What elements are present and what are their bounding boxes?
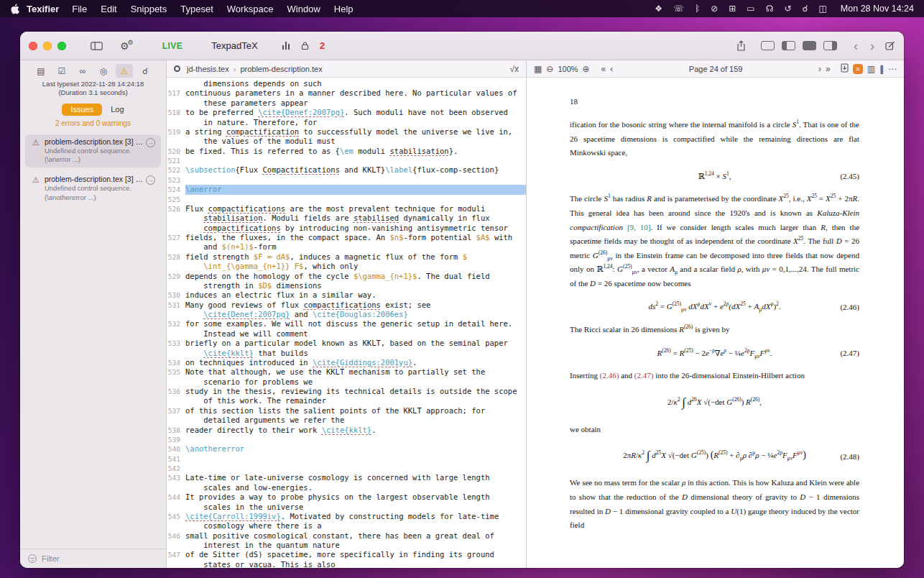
zoom-out-icon[interactable]: ⊖ — [546, 64, 553, 74]
code-row[interactable]: 529depends on the homology of the cycle … — [167, 272, 526, 281]
code-row[interactable]: 546small positive cosmological constant,… — [167, 531, 526, 541]
code-row[interactable]: stabilisation. Moduli fields are stabili… — [167, 214, 526, 223]
code-lines[interactable]: dimensions depends on such517continuous … — [167, 78, 526, 568]
code-row[interactable]: \cite{Denef:2007pq} and \cite{Douglas:20… — [167, 310, 526, 319]
share-icon[interactable] — [736, 40, 746, 51]
typeset-stats-icon[interactable] — [282, 42, 290, 50]
keyboard-layout-icon[interactable]: ⊞ — [729, 4, 736, 14]
code-row[interactable]: 523 — [167, 175, 526, 185]
layout-editor-left-icon[interactable] — [782, 41, 795, 50]
thumbnails-icon[interactable]: ▦ — [534, 64, 542, 74]
zoom-button[interactable] — [57, 42, 66, 50]
forward-button[interactable]: › — [869, 40, 876, 52]
code-row[interactable]: 536study in the thesis, reviewing its te… — [167, 387, 526, 396]
tab-log[interactable]: Log — [111, 105, 124, 114]
previous-page-icon[interactable]: ‹ — [610, 64, 613, 74]
code-row[interactable]: detailed arguments we refer the — [167, 416, 526, 425]
code-row[interactable]: 530induces an electric flux in a similar… — [167, 290, 526, 300]
settings-gears-icon[interactable]: ⚙⚙ — [120, 40, 135, 52]
filter-bar[interactable]: Filter — [20, 549, 166, 568]
typeset-tool-icon[interactable]: ◎ — [95, 64, 112, 78]
code-row[interactable]: in nature. Therefore, for — [167, 118, 526, 127]
code-row[interactable]: 518to be preferred \cite{Denef:2007pq}. … — [167, 108, 526, 117]
code-row[interactable]: \cite{kklt} that builds — [167, 349, 526, 358]
issue-item[interactable]: ⚠problem-description.tex [3] …Undefined … — [25, 172, 161, 206]
code-row[interactable]: 538reader directly to their work \cite{k… — [167, 426, 526, 435]
first-page-icon[interactable]: « — [601, 64, 606, 74]
code-row[interactable]: 542 — [167, 464, 526, 473]
code-row[interactable]: 547of de Sitter (dS) spacetime, more spe… — [167, 550, 526, 559]
wifi-icon[interactable]: ☊ — [766, 4, 774, 14]
issue-item[interactable]: ⚠problem-description.tex [3] …Undefined … — [25, 134, 161, 168]
code-row[interactable]: 540\anothererror — [167, 444, 526, 454]
zoom-in-icon[interactable]: ⊕ — [583, 64, 590, 74]
code-row[interactable]: 532for some examples. We will not discus… — [167, 319, 526, 329]
sidebar-toggle-icon[interactable] — [91, 42, 103, 50]
lock-icon[interactable] — [301, 41, 309, 50]
code-row[interactable]: 544It provides a way to probe physics on… — [167, 492, 526, 502]
next-page-icon[interactable]: › — [818, 64, 821, 74]
live-typeset-toggle[interactable]: LIVE — [162, 41, 183, 51]
code-row[interactable]: 537of this section lists the salient poi… — [167, 406, 526, 416]
code-row[interactable]: states or vacua. This is also — [167, 560, 526, 568]
code-row[interactable]: 533briefly on a particular model known a… — [167, 339, 526, 348]
layout-split-icon[interactable] — [803, 41, 816, 50]
code-row[interactable]: 520be fixed. This is referred to as {\em… — [167, 147, 526, 156]
annotations-icon[interactable]: ≡ — [853, 64, 863, 74]
code-row[interactable]: 527fields, the fluxes, in the compact sp… — [167, 233, 526, 242]
pause-typeset-icon[interactable]: ∥ — [879, 64, 884, 74]
math-entry-button[interactable]: √x — [509, 64, 519, 74]
dropbox-icon[interactable]: ❖ — [655, 4, 662, 14]
tab-issues[interactable]: Issues — [62, 104, 102, 116]
export-pdf-icon[interactable] — [841, 63, 849, 74]
last-page-icon[interactable]: » — [826, 64, 831, 74]
code-row[interactable]: scales in the universe — [167, 503, 526, 512]
code-row[interactable]: scales and low-energies. — [167, 483, 526, 492]
code-row[interactable]: 534on techniques introduced in \cite{Gid… — [167, 358, 526, 367]
jump-to-source-icon[interactable]: → — [146, 175, 155, 185]
menubar-clock[interactable]: Mon 28 Nov 14:24 — [841, 4, 914, 14]
jump-to-source-icon[interactable]: → — [146, 138, 155, 147]
close-button[interactable] — [29, 42, 37, 50]
error-count-badge[interactable]: 2 — [320, 40, 325, 51]
code-row[interactable]: 521 — [167, 156, 526, 165]
code-row[interactable]: dimensions depends on such — [167, 79, 526, 88]
code-row[interactable]: 545\cite{Carroll:1999iv}. Motivated by c… — [167, 512, 526, 521]
code-row[interactable]: 528field strength $F = dA$, induces a ma… — [167, 252, 526, 262]
code-row[interactable]: scenario for problems we — [167, 377, 526, 387]
code-row[interactable]: interest in the quantum nature — [167, 541, 526, 550]
minimize-button[interactable] — [43, 42, 52, 50]
code-row[interactable]: 539 — [167, 435, 526, 444]
time-machine-icon[interactable]: ↺ — [784, 4, 791, 14]
breadcrumb-current[interactable]: problem-description.tex — [240, 65, 322, 73]
code-row[interactable]: 524\anerror — [167, 185, 526, 194]
issues-tool-icon[interactable]: ⚠ — [116, 64, 133, 78]
menu-window[interactable]: Window — [287, 4, 320, 14]
code-row[interactable]: Instead we will comment — [167, 329, 526, 339]
code-row[interactable]: cosmology where there is a — [167, 521, 526, 531]
battery-icon[interactable]: ▭ — [747, 4, 754, 14]
code-row[interactable]: 543Late-time or late-universe cosmology … — [167, 473, 526, 482]
code-row[interactable]: 541 — [167, 454, 526, 464]
todo-tool-icon[interactable]: ☑ — [53, 64, 70, 78]
breadcrumb-root[interactable]: jd-thesis.tex — [187, 65, 229, 73]
active-app-name[interactable]: Texifier — [27, 4, 59, 14]
compose-icon[interactable] — [885, 41, 895, 50]
back-button[interactable]: ‹ — [852, 40, 859, 52]
screen-mirroring-icon[interactable]: ⊘ — [711, 4, 718, 14]
bookmarks-tool-icon[interactable]: ∞ — [74, 64, 91, 78]
code-row[interactable]: 517continuous parameters in a manner des… — [167, 88, 526, 98]
code-row[interactable]: of this work. The remainder — [167, 396, 526, 405]
code-row[interactable]: 526Flux compactifications are the most p… — [167, 204, 526, 214]
more-options-icon[interactable]: ⋯ — [888, 64, 897, 74]
layout-pdf-right-icon[interactable] — [823, 41, 837, 50]
chat-icon[interactable]: ☏ — [673, 4, 684, 14]
menu-snippets[interactable]: Snippets — [131, 4, 167, 14]
code-row[interactable]: 531Many good reviews of flux compactific… — [167, 301, 526, 310]
spotlight-icon[interactable]: ☌ — [802, 4, 808, 14]
code-row[interactable]: 525 — [167, 195, 526, 204]
menu-help[interactable]: Help — [334, 4, 354, 14]
code-row[interactable]: 519a string compactification to successf… — [167, 127, 526, 137]
typeset-engine-label[interactable]: TexpadTeX — [211, 40, 257, 51]
layout-single-icon[interactable] — [761, 41, 775, 50]
